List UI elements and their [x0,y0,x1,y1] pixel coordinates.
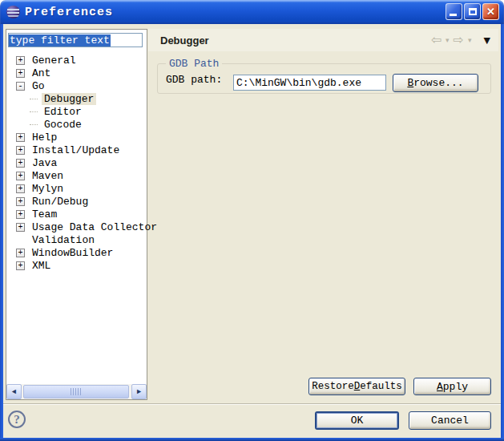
tree-item-usage-data-collector[interactable]: +Usage Data Collector [7,220,146,233]
window-border-left [0,24,3,441]
dialog-content: type filter text +General+Ant-GoDebugger… [3,24,501,438]
tree-item-debugger[interactable]: Debugger [7,92,146,105]
sidebar-tree-panel: type filter text +General+Ant-GoDebugger… [6,29,147,400]
expand-icon[interactable]: + [16,172,25,180]
ok-label: OK [351,415,364,427]
close-icon: ✕ [486,6,495,17]
ok-button[interactable]: OK [315,411,399,430]
tree-item-mylyn[interactable]: +Mylyn [7,182,146,195]
help-icon: ? [14,413,20,427]
tree-item-validation[interactable]: Validation [7,233,146,246]
tree-item-label: Editor [42,106,84,118]
tree-item-maven[interactable]: +Maven [7,169,146,182]
forward-icon[interactable]: ⇨ [454,34,464,47]
scroll-right-button[interactable]: ► [131,384,147,399]
tree-item-label: Validation [30,234,97,246]
back-icon[interactable]: ⇦ [431,34,442,47]
header-navigation: ⇦ ▾ ⇨ ▾ ▼ [431,34,498,47]
maximize-icon [469,8,477,15]
expand-icon[interactable]: + [16,223,25,232]
cancel-button[interactable]: Cancel [409,411,491,430]
tree-item-help[interactable]: +Help [7,131,146,144]
tree-horizontal-scrollbar[interactable]: ◄ ► [6,384,147,399]
tree-item-label: Go [30,80,47,92]
expand-icon[interactable]: + [16,261,25,270]
tree-item-gocode[interactable]: Gocode [7,118,146,131]
expand-icon[interactable]: + [16,133,25,142]
tree-item-label: XML [30,260,53,272]
cancel-label: Cancel [431,415,469,427]
expand-icon[interactable]: + [16,249,25,257]
tree-item-label: Run/Debug [30,196,91,208]
view-menu-icon[interactable]: ▼ [484,36,490,45]
gdb-path-input[interactable]: C:\MinGW\bin\gdb.exe [233,75,386,91]
tree-item-xml[interactable]: +XML [7,259,146,272]
apply-button[interactable]: Apply [413,378,491,395]
minimize-button[interactable] [446,3,462,20]
tree-item-install-update[interactable]: +Install/Update [7,144,146,156]
preferences-tree: +General+Ant-GoDebuggerEditorGocode+Help… [7,54,146,272]
minimize-icon [450,14,457,16]
filter-input[interactable]: type filter text [8,33,143,47]
window-border-bottom [0,438,504,441]
expand-icon[interactable]: + [16,69,25,78]
expand-icon[interactable]: + [16,210,25,219]
tree-item-label: General [30,55,79,67]
tree-item-windowbuilder[interactable]: +WindowBuilder [7,246,146,259]
scroll-left-icon: ◄ [12,388,16,396]
tree-item-label: Usage Data Collector [30,221,159,233]
window-title: Preferences [25,6,113,19]
expand-icon[interactable]: + [16,184,25,193]
back-dropdown-icon[interactable]: ▾ [446,37,450,44]
tree-item-editor[interactable]: Editor [7,105,146,118]
tree-item-label: Mylyn [30,183,66,195]
gdb-path-group-legend: GDB Path [166,58,222,70]
forward-dropdown-icon[interactable]: ▾ [468,37,472,44]
tree-item-label: Help [30,131,59,144]
window-controls: ✕ [446,3,499,20]
tree-item-label: WindowBuilder [30,247,115,259]
filter-text: type filter text [9,34,111,47]
maximize-button[interactable] [464,3,481,20]
restore-defaults-button[interactable]: Restore Defaults [308,378,405,395]
footer-separator [3,403,501,405]
tree-connector-line [30,99,38,99]
close-button[interactable]: ✕ [482,3,499,20]
expand-icon[interactable]: + [16,146,25,155]
tree-item-java[interactable]: +Java [7,156,146,169]
expand-icon[interactable]: + [16,56,25,65]
scrollbar-thumb[interactable] [23,385,129,399]
tree-connector-line [30,124,38,125]
scrollbar-grip-icon [71,388,82,395]
tree-item-label: Install/Update [30,144,122,156]
tree-item-general[interactable]: +General [7,54,146,67]
help-button[interactable]: ? [8,411,26,428]
tree-item-label: Java [30,157,59,169]
gdb-path-label: GDB path: [166,74,222,86]
scroll-right-icon: ► [137,388,141,396]
window-border-right [501,24,504,441]
tree-item-label: Team [30,208,59,220]
collapse-icon[interactable]: - [16,82,25,91]
eclipse-app-icon [6,6,20,18]
browse-button[interactable]: Browse... [393,74,478,92]
tree-item-go[interactable]: -Go [7,79,146,92]
expand-icon[interactable]: + [16,159,25,168]
title-bar[interactable]: Preferences ✕ [0,0,504,24]
expand-icon[interactable]: + [16,197,25,206]
tree-item-label: Maven [30,170,66,182]
tree-item-label: Gocode [42,119,84,131]
gdb-path-value: C:\MinGW\bin\gdb.exe [236,77,361,89]
tree-connector-line [30,111,38,112]
tree-item-label: Ant [30,67,53,79]
tree-item-label: Debugger [42,93,96,105]
tree-item-ant[interactable]: +Ant [7,67,146,79]
tree-item-run-debug[interactable]: +Run/Debug [7,195,146,208]
page-header: Debugger ⇦ ▾ ⇨ ▾ ▼ [148,29,498,51]
page-title: Debugger [160,34,209,47]
preferences-dialog: Preferences ✕ type filter text +General+… [0,0,504,441]
gdb-path-group: GDB Path GDB path: C:\MinGW\bin\gdb.exe … [157,63,491,94]
tree-item-team[interactable]: +Team [7,208,146,220]
scroll-left-button[interactable]: ◄ [6,384,22,399]
